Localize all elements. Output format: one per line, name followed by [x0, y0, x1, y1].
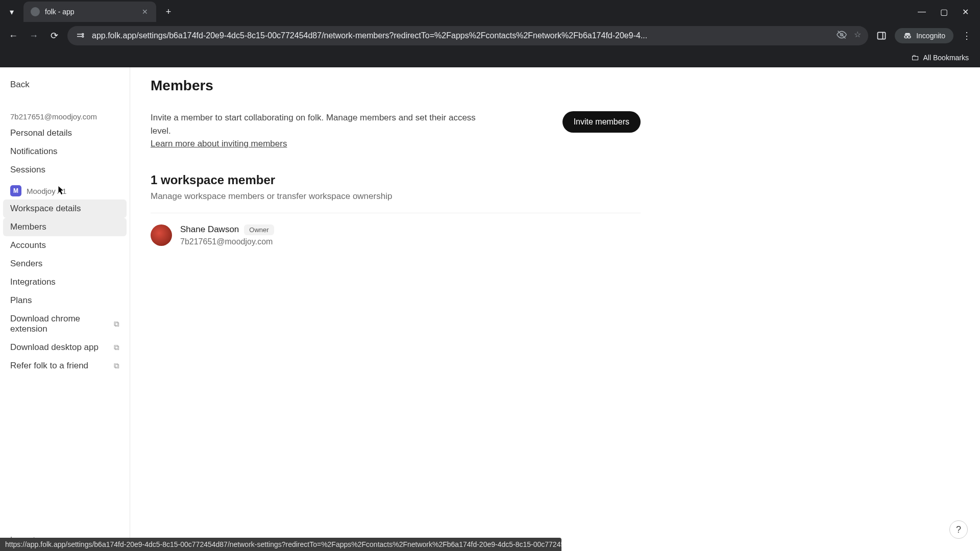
eye-off-icon[interactable]: [837, 30, 847, 42]
sidebar-item-personal-details[interactable]: Personal details: [3, 124, 127, 142]
external-link-icon: ⧉: [114, 319, 119, 329]
url-text: app.folk.app/settings/b6a174fd-20e9-4dc5…: [92, 31, 830, 40]
help-button[interactable]: ?: [949, 520, 968, 539]
sidebar-item-accounts[interactable]: Accounts: [3, 236, 127, 255]
sidebar-item-integrations[interactable]: Integrations: [3, 273, 127, 291]
close-icon[interactable]: ✕: [141, 8, 149, 16]
close-window-icon[interactable]: ✕: [962, 7, 969, 17]
sidebar-item-refer-friend[interactable]: Refer folk to a friend ⧉: [3, 357, 127, 375]
sidebar-item-label: Download desktop app: [10, 342, 99, 353]
workspace-header: M Moodjoy A1: [3, 179, 127, 199]
tab-bar: ▾ folk - app ✕ + — ▢ ✕: [0, 0, 980, 23]
incognito-icon: [903, 31, 912, 40]
browser-toolbar: ← → ⟳ app.folk.app/settings/b6a174fd-20e…: [0, 23, 980, 48]
url-bar[interactable]: app.folk.app/settings/b6a174fd-20e9-4dc5…: [67, 26, 868, 45]
sidebar-item-workspace-details[interactable]: Workspace details: [3, 199, 127, 218]
page-title: Members: [151, 78, 960, 94]
minimize-icon[interactable]: —: [918, 7, 926, 17]
tab-search-dropdown[interactable]: ▾: [4, 4, 19, 19]
sidebar-item-label: Download chrome extension: [10, 314, 110, 334]
back-icon[interactable]: ←: [6, 29, 20, 43]
browser-chrome: ▾ folk - app ✕ + — ▢ ✕ ← → ⟳ app.folk.ap…: [0, 0, 980, 67]
external-link-icon: ⧉: [114, 361, 119, 370]
member-count-title: 1 workspace member: [151, 173, 960, 187]
site-info-icon[interactable]: [75, 30, 86, 41]
incognito-indicator[interactable]: Incognito: [895, 28, 953, 43]
sidebar-user-email: 7b217651@moodjoy.com: [3, 109, 127, 124]
sidebar-item-notifications[interactable]: Notifications: [3, 142, 127, 161]
divider: [151, 213, 641, 213]
new-tab-button[interactable]: +: [160, 4, 177, 20]
member-name: Shane Dawson: [180, 224, 239, 235]
sidebar-item-download-chrome-extension[interactable]: Download chrome extension ⧉: [3, 310, 127, 338]
window-controls: — ▢ ✕: [918, 7, 980, 17]
reload-icon[interactable]: ⟳: [47, 29, 61, 43]
tab-title: folk - app: [45, 8, 136, 16]
sidebar-item-download-desktop-app[interactable]: Download desktop app ⧉: [3, 338, 127, 357]
settings-sidebar: Back 7b217651@moodjoy.com Personal detai…: [0, 67, 130, 551]
sidebar-item-plans[interactable]: Plans: [3, 291, 127, 310]
svg-point-2: [82, 34, 84, 35]
forward-icon[interactable]: →: [27, 29, 41, 43]
incognito-label: Incognito: [916, 32, 945, 40]
side-panel-icon[interactable]: [874, 29, 889, 43]
status-bar: https://app.folk.app/settings/b6a174fd-2…: [0, 538, 561, 551]
invite-members-button[interactable]: Invite members: [562, 111, 641, 133]
app-content: Back 7b217651@moodjoy.com Personal detai…: [0, 67, 980, 551]
bookmarks-folder-icon: 🗀: [911, 53, 919, 62]
learn-more-link[interactable]: Learn more about inviting members: [151, 139, 287, 148]
main-panel: Members Invite a member to start collabo…: [130, 67, 980, 551]
sidebar-item-label: Refer folk to a friend: [10, 361, 88, 371]
svg-rect-6: [878, 32, 886, 39]
star-icon[interactable]: ☆: [854, 30, 861, 42]
owner-badge: Owner: [244, 224, 274, 235]
invite-text: Invite a member to start collaborating o…: [151, 113, 476, 136]
browser-tab[interactable]: folk - app ✕: [23, 2, 156, 22]
avatar: [151, 224, 172, 246]
all-bookmarks-link[interactable]: All Bookmarks: [923, 54, 969, 62]
sidebar-item-sessions[interactable]: Sessions: [3, 161, 127, 179]
maximize-icon[interactable]: ▢: [940, 7, 948, 17]
member-email: 7b217651@moodjoy.com: [180, 237, 274, 246]
tab-favicon: [31, 7, 40, 16]
sidebar-item-senders[interactable]: Senders: [3, 255, 127, 273]
svg-point-3: [82, 36, 84, 37]
member-row: Shane Dawson Owner 7b217651@moodjoy.com: [151, 224, 960, 246]
invite-description: Invite a member to start collaborating o…: [151, 111, 477, 151]
back-link[interactable]: Back: [3, 74, 127, 95]
svg-point-9: [908, 36, 911, 38]
member-section-subtitle: Manage workspace members or transfer wor…: [151, 191, 960, 202]
bookmarks-bar: 🗀 All Bookmarks: [0, 48, 980, 67]
external-link-icon: ⧉: [114, 343, 119, 352]
workspace-badge: M: [10, 185, 21, 196]
sidebar-item-members[interactable]: Members: [3, 218, 127, 236]
workspace-name: Moodjoy A1: [27, 187, 66, 195]
svg-point-8: [904, 36, 908, 38]
browser-menu-icon[interactable]: ⋮: [960, 29, 974, 43]
